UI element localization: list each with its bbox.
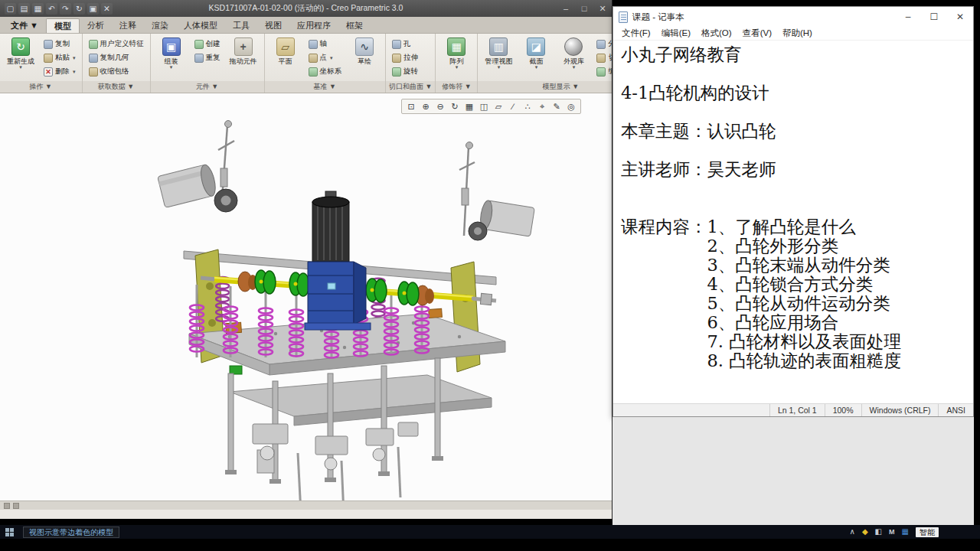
ribbon-group-label-modifiers[interactable]: 修饰符 ▼	[436, 81, 477, 93]
point-icon	[309, 54, 318, 63]
assemble-icon	[162, 37, 181, 56]
revolve-button[interactable]: 旋转	[389, 65, 421, 78]
notepad-minimize-button[interactable]: –	[895, 7, 921, 27]
volume-tray-icon[interactable]: ◧	[875, 525, 882, 539]
appearance-gallery-button[interactable]: 外观库	[556, 35, 591, 80]
udf-button[interactable]: 用户定义特征	[86, 37, 147, 51]
tab-render[interactable]: 渲染	[144, 18, 176, 33]
hidden-icons-chevron-icon[interactable]: ∧	[850, 525, 855, 539]
sketch-button[interactable]: 草绘	[347, 35, 382, 80]
menu-help[interactable]: 帮助(H)	[777, 28, 818, 39]
notepad-icon	[619, 11, 628, 23]
save-icon[interactable]: ▦	[32, 3, 44, 15]
datum-planes-icon[interactable]: ▱	[492, 100, 505, 112]
switch-state-button[interactable]: 切换状态	[593, 51, 612, 64]
regenerate-icon[interactable]: ↻	[74, 3, 85, 15]
edit-position-button[interactable]: 编辑位置	[593, 65, 612, 78]
create-icon	[194, 40, 204, 49]
manage-views-label: 管理视图	[485, 57, 512, 65]
creo-maximize-button[interactable]: □	[575, 0, 593, 17]
notepad-text-area[interactable]: 小丸子网络教育 4-1凸轮机构的设计 本章主题：认识凸轮 主讲老师：昊天老师 课…	[613, 41, 973, 403]
tab-manikin[interactable]: 人体模型	[176, 18, 225, 33]
notepad-close-button[interactable]: ✕	[947, 7, 973, 27]
creo-minimize-button[interactable]: –	[557, 0, 575, 17]
refit-icon[interactable]: ⊡	[404, 100, 418, 112]
copy-geometry-icon	[89, 54, 98, 63]
csys-button[interactable]: 坐标系	[305, 65, 345, 78]
point-button[interactable]: 点	[305, 51, 345, 64]
extrude-button[interactable]: 拉伸	[389, 51, 421, 64]
open-file-icon[interactable]: ▤	[18, 3, 30, 15]
ribbon-group-label-cut-surface[interactable]: 切口和曲面 ▼	[386, 81, 435, 93]
edit-position-icon	[596, 67, 606, 77]
assembly-model	[0, 93, 612, 500]
repaint-icon[interactable]: ↻	[448, 100, 462, 112]
tab-analysis[interactable]: 分析	[80, 18, 112, 33]
model-tree-icon[interactable]	[4, 503, 10, 509]
saved-orientations-icon[interactable]: ◎	[564, 100, 578, 112]
delete-button[interactable]: 删除	[41, 65, 79, 78]
new-file-icon[interactable]: ▢	[5, 3, 16, 15]
window-manager-icon[interactable]: ▣	[87, 3, 99, 15]
ime-mode-button[interactable]: 智能	[916, 527, 939, 537]
notepad-maximize-button[interactable]: ☐	[921, 7, 947, 27]
revolve-label: 旋转	[403, 67, 418, 77]
graphics-area[interactable]: ⊡ ⊕ ⊖ ↻ ▦ ◫ ▱ ∕ ∴ ⌖ ✎ ◎	[0, 93, 612, 500]
tab-annotate[interactable]: 注释	[112, 18, 144, 33]
menu-format[interactable]: 格式(O)	[696, 28, 737, 39]
explode-button[interactable]: 分解图	[593, 37, 612, 51]
manage-views-button[interactable]: 管理视图	[481, 35, 516, 80]
ribbon-group-label-model-display[interactable]: 模型显示 ▼	[478, 81, 612, 93]
creo-close-button[interactable]: ✕	[593, 0, 612, 17]
tab-file[interactable]: 文件 ▼	[3, 18, 46, 33]
undo-icon[interactable]: ↶	[46, 3, 57, 15]
copy-geometry-button[interactable]: 复制几何	[86, 51, 147, 64]
ribbon-group-label-datum[interactable]: 基准 ▼	[265, 81, 386, 93]
hole-button[interactable]: 孔	[389, 37, 421, 51]
tab-framework[interactable]: 框架	[338, 18, 371, 33]
axis-button[interactable]: 轴	[305, 37, 345, 51]
menu-file[interactable]: 文件(F)	[616, 28, 656, 39]
start-button[interactable]	[0, 525, 18, 539]
zoom-in-icon[interactable]: ⊕	[419, 100, 433, 112]
menu-view[interactable]: 查看(V)	[737, 28, 777, 39]
plane-label: 平面	[279, 57, 292, 65]
zoom-out-icon[interactable]: ⊖	[433, 100, 447, 112]
network-tray-icon[interactable]: ▦	[902, 525, 909, 539]
paste-button[interactable]: 粘贴	[41, 51, 79, 64]
ribbon-group-get-data: 用户定义特征 复制几何 收缩包络 获取数据 ▼	[83, 34, 151, 93]
notepad-menubar: 文件(F) 编辑(E) 格式(O) 查看(V) 帮助(H)	[613, 27, 973, 41]
music-app-tray-icon[interactable]: M	[889, 525, 895, 539]
datum-points-icon[interactable]: ∴	[521, 100, 534, 112]
hole-icon	[392, 40, 401, 49]
repeat-button[interactable]: 重复	[191, 51, 224, 64]
tab-view[interactable]: 视图	[257, 18, 289, 33]
tab-tools[interactable]: 工具	[225, 18, 257, 33]
windows-logo-icon	[5, 528, 14, 536]
close-window-icon[interactable]: ✕	[101, 3, 113, 15]
pattern-button[interactable]: 阵列	[439, 35, 474, 80]
drag-component-button[interactable]: 拖动元件	[226, 35, 261, 80]
regenerate-button[interactable]: 重新生成	[3, 35, 38, 80]
annotations-icon[interactable]: ✎	[550, 100, 564, 112]
ribbon-group-label-operations[interactable]: 操作 ▼	[0, 81, 82, 93]
shrinkwrap-button[interactable]: 收缩包络	[86, 65, 147, 78]
copy-button[interactable]: 复制	[41, 37, 79, 51]
menu-edit[interactable]: 编辑(E)	[656, 28, 696, 39]
assemble-button[interactable]: 组装	[154, 35, 189, 80]
regenerate-icon	[11, 37, 30, 56]
datum-csys-icon[interactable]: ⌖	[535, 100, 549, 112]
redo-icon[interactable]: ↷	[60, 3, 71, 15]
tab-model[interactable]: 模型	[46, 18, 80, 33]
folder-browser-icon[interactable]	[13, 503, 19, 509]
ribbon-group-label-component[interactable]: 元件 ▼	[151, 81, 264, 93]
datum-axes-icon[interactable]: ∕	[506, 100, 520, 112]
shading-style-icon[interactable]: ▦	[462, 100, 476, 112]
ribbon-group-label-get-data[interactable]: 获取数据 ▼	[83, 81, 150, 93]
create-button[interactable]: 创建	[191, 37, 224, 51]
display-style-icon[interactable]: ◫	[477, 100, 491, 112]
plane-button[interactable]: 平面	[268, 35, 303, 80]
security-tray-icon[interactable]: ◆	[862, 525, 868, 539]
tab-applications[interactable]: 应用程序	[289, 18, 338, 33]
section-button[interactable]: 截面	[518, 35, 554, 80]
